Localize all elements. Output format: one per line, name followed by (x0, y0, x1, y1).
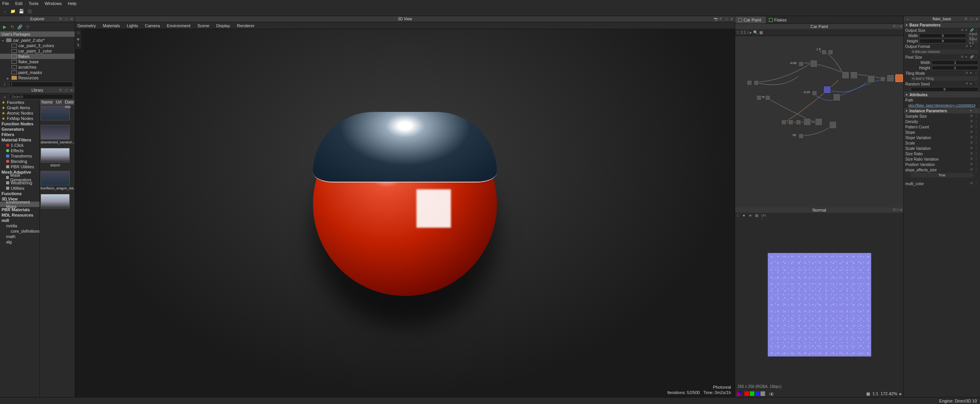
menu-icon[interactable]: ⋮ (975, 114, 978, 118)
menu-icon[interactable]: ⋮ (975, 163, 978, 166)
library-category[interactable]: ★Favorites (0, 100, 39, 105)
section-base-parameters[interactable]: ▼ Base Parameters (904, 22, 980, 28)
reset-icon[interactable]: ↺ (970, 125, 974, 129)
library-category[interactable]: Utilities (0, 186, 39, 191)
pv-uv[interactable]: UV ▾ (761, 213, 766, 218)
close-icon[interactable]: ✕ (69, 17, 74, 21)
maximize-icon[interactable]: □ (64, 88, 69, 93)
expose-icon[interactable]: ▾ (970, 82, 974, 86)
reset-icon[interactable]: ↺ (970, 168, 974, 172)
library-item[interactable] (40, 193, 70, 212)
maximize-icon[interactable]: □ (64, 17, 69, 21)
close-icon[interactable]: ✕ (729, 17, 734, 21)
reset-icon[interactable]: ↺ (970, 182, 974, 186)
library-category[interactable]: nvidia (0, 223, 39, 228)
gt-ratio[interactable]: 1:1 (741, 30, 746, 34)
graph-node[interactable] (812, 90, 817, 96)
pv-icon[interactable]: ▦ (755, 213, 760, 218)
col-name[interactable]: Name (40, 100, 54, 105)
menu-icon[interactable]: ⋮ (975, 182, 978, 186)
pv-icon[interactable]: ◈ (749, 213, 754, 218)
expose-icon[interactable]: ▾ (965, 55, 969, 59)
reset-icon[interactable]: ↺ (961, 55, 965, 59)
dock-icon[interactable]: ⇱ (719, 17, 723, 21)
tree-item[interactable]: scratches (0, 64, 75, 70)
menu-tools[interactable]: Tools (29, 1, 39, 6)
expose-icon[interactable]: ▾ (970, 44, 974, 48)
channel-g[interactable] (750, 391, 754, 396)
close-icon[interactable]: ✕ (900, 208, 903, 212)
tab-environment[interactable]: Environment (167, 23, 190, 28)
graph-node[interactable] (810, 60, 818, 67)
graph-node[interactable] (781, 120, 787, 125)
reset-icon[interactable]: ↺ (965, 71, 969, 75)
menu-icon[interactable]: ⋮ (975, 130, 978, 134)
col-date[interactable]: Date mo (63, 100, 75, 105)
tree-item[interactable]: car_paint_2.sbs* (0, 38, 75, 43)
tab-display[interactable]: Display (216, 23, 230, 28)
filter-icon[interactable]: ▽ (25, 24, 31, 30)
library-category[interactable]: mdl (0, 218, 39, 223)
refresh-icon[interactable]: ↻ (9, 24, 15, 30)
library-category[interactable]: Transforms (0, 153, 39, 159)
explorer-search-input[interactable] (9, 82, 73, 87)
library-category[interactable]: Effects (0, 148, 39, 153)
menu-icon[interactable]: ⋮ (975, 168, 978, 172)
library-category[interactable]: MDL Resources (0, 212, 39, 218)
reset-icon[interactable]: ↺ (961, 28, 965, 32)
menu-icon[interactable]: ⋮ (975, 152, 978, 156)
menu-icon[interactable]: ⋮ (975, 136, 978, 140)
graph-node[interactable] (788, 120, 793, 125)
dock-icon[interactable]: ⇱ (893, 25, 896, 28)
tree-item[interactable]: car_paint_1_color (0, 48, 75, 54)
save-all-icon[interactable]: ⿻ (27, 8, 33, 15)
new-icon[interactable]: ▫ (2, 8, 8, 15)
tab-renderer[interactable]: Renderer (237, 23, 254, 28)
reset-icon[interactable]: ↺ (965, 82, 969, 86)
reset-icon[interactable]: ↺ (970, 141, 974, 145)
library-category[interactable]: Generators (0, 126, 39, 132)
library-category[interactable]: math (0, 234, 39, 239)
menu-edit[interactable]: Edit (15, 1, 23, 6)
pv-icon[interactable]: ■ (743, 213, 747, 218)
graph-node[interactable] (823, 86, 831, 94)
maximize-icon[interactable]: □ (897, 208, 899, 212)
pheight-input[interactable] (932, 66, 978, 70)
graph-node[interactable] (798, 61, 804, 67)
channel-rgb[interactable] (737, 391, 741, 396)
tree-item[interactable]: paint_masks (0, 70, 75, 75)
dock-icon[interactable]: ⇱ (893, 208, 896, 212)
pv-icon[interactable]: ▸ (900, 391, 902, 396)
graph-node[interactable] (833, 94, 841, 101)
search-icon[interactable]: i (2, 81, 8, 87)
library-category[interactable]: Environment Maps (0, 202, 39, 207)
pv-info-icon[interactable]: i (769, 391, 770, 396)
menu-icon[interactable]: ⋮ (975, 125, 978, 129)
col-url[interactable]: Url (54, 100, 63, 105)
menu-icon[interactable]: ⋮ (975, 120, 978, 123)
seed-input[interactable] (911, 87, 978, 92)
gt-icon[interactable]: ▸ (750, 30, 752, 34)
expose-icon[interactable]: ▾ (970, 71, 974, 75)
tree-item[interactable]: flake_base (0, 59, 75, 64)
gt-icon[interactable]: □ (737, 30, 739, 34)
library-category[interactable]: ★FxMap Nodes (0, 116, 39, 121)
graph-node[interactable] (821, 49, 827, 55)
reset-icon[interactable]: ↺ (970, 130, 974, 134)
library-category[interactable]: PBR Utilities (0, 164, 39, 169)
library-category[interactable]: Blending (0, 159, 39, 164)
path-link[interactable]: pkg://flake_base?dependency=1262989919 (905, 103, 978, 107)
tab-flakes[interactable]: Flakes (766, 16, 791, 23)
graph-node[interactable] (887, 74, 894, 82)
play-icon[interactable]: ▶ (2, 24, 8, 30)
tab-camera[interactable]: Camera (145, 23, 160, 28)
section-attributes[interactable]: ▼ Attributes (904, 92, 980, 97)
library-item[interactable]: airport (40, 147, 70, 170)
tab-lights[interactable]: Lights (127, 23, 138, 28)
width-input[interactable] (919, 33, 966, 38)
expose-icon[interactable]: ▾ (965, 28, 969, 32)
dock-icon[interactable]: ⇱ (59, 17, 63, 21)
graph-output-node[interactable] (895, 74, 903, 82)
pv-icon[interactable]: □ (737, 213, 741, 218)
home-icon[interactable]: ⌂ (2, 94, 8, 100)
